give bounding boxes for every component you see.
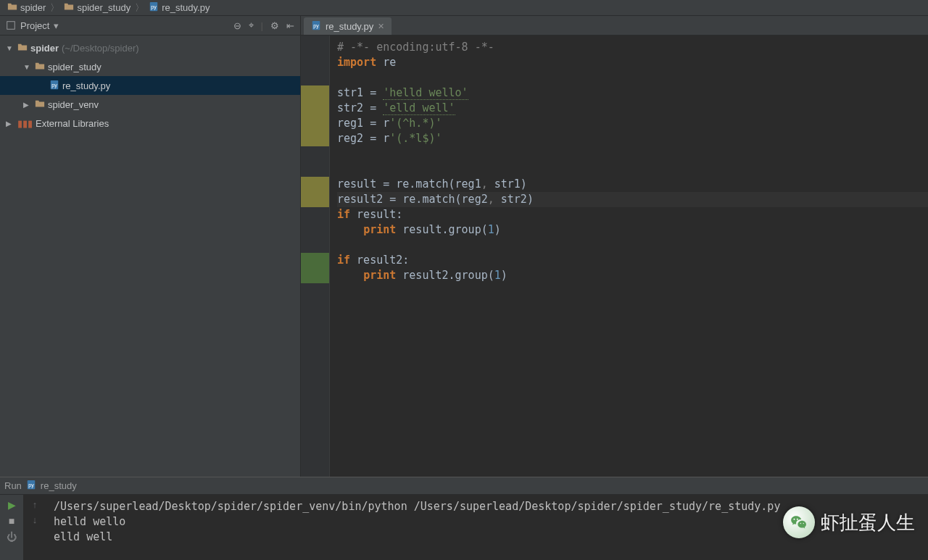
editor-gutter[interactable]: [301, 35, 330, 477]
folder-icon: [35, 99, 45, 111]
python-file-icon: py: [26, 480, 36, 492]
code-editor[interactable]: # -*- encoding:utf-8 -*- import re str1 …: [330, 35, 928, 477]
tree-external-libs[interactable]: ▶ ▮▮▮ External Libraries: [0, 114, 300, 133]
folder-icon: [35, 61, 45, 73]
gear-icon[interactable]: ⚙: [270, 20, 279, 31]
up-icon[interactable]: ↑: [33, 499, 38, 510]
breadcrumb-bar: spider 〉 spider_study 〉 py re_study.py: [0, 0, 928, 16]
run-header-label: Run: [4, 480, 22, 491]
run-toolbar: ▶ ■ ⏻: [0, 495, 23, 560]
rerun-icon[interactable]: ▶: [8, 499, 16, 511]
stop-icon[interactable]: ■: [9, 515, 14, 527]
project-tree[interactable]: ▼ spider (~/Desktop/spider) ▼ spider_stu…: [0, 35, 300, 477]
tab-label: re_study.py: [326, 21, 373, 32]
library-icon: ▮▮▮: [17, 118, 33, 129]
breadcrumb-item-folder[interactable]: spider_study: [61, 1, 133, 14]
tool-title: Project: [20, 20, 49, 31]
vcs-change-marker[interactable]: [301, 85, 329, 101]
editor-area: py re_study.py ✕: [301, 16, 928, 477]
folder-icon: [17, 42, 28, 54]
tree-label: External Libraries: [36, 118, 109, 129]
svg-rect-2: [7, 22, 15, 30]
chevron-down-icon[interactable]: ▼: [6, 44, 14, 52]
python-file-icon: py: [311, 20, 321, 33]
tree-folder[interactable]: ▶ spider_venv: [0, 95, 300, 114]
editor-tabbar: py re_study.py ✕: [301, 16, 928, 35]
close-icon[interactable]: ✕: [378, 22, 384, 31]
console-output[interactable]: /Users/superlead/Desktop/spider/spider_v…: [46, 495, 928, 560]
tool-header: Project ▾ ⊖ ⌖ | ⚙ ⇤: [0, 16, 300, 35]
tree-label: spider_venv: [48, 99, 99, 110]
breadcrumb-label: re_study.py: [162, 2, 210, 13]
tree-root[interactable]: ▼ spider (~/Desktop/spider): [0, 38, 300, 57]
collapse-all-icon[interactable]: ⊖: [233, 20, 241, 31]
chevron-right-icon: 〉: [135, 1, 144, 14]
tree-label: re_study.py: [62, 80, 110, 91]
chevron-right-icon[interactable]: ▶: [23, 101, 32, 109]
project-icon: [6, 20, 16, 30]
divider: |: [261, 20, 263, 31]
tree-file-selected[interactable]: py re_study.py: [0, 76, 300, 95]
exit-icon[interactable]: ⏻: [7, 531, 17, 543]
svg-text:py: py: [313, 22, 319, 28]
folder-icon: [64, 1, 74, 14]
breadcrumb-label: spider_study: [77, 2, 130, 13]
editor-tab[interactable]: py re_study.py ✕: [304, 17, 392, 35]
vcs-add-marker[interactable]: [301, 253, 329, 268]
run-nav: ↑ ↓: [23, 495, 46, 560]
chevron-down-icon[interactable]: ▼: [23, 63, 32, 71]
folder-icon: [7, 1, 17, 14]
tree-label: spider: [30, 43, 59, 54]
tree-path: (~/Desktop/spider): [62, 43, 139, 54]
svg-text:py: py: [51, 82, 57, 88]
hide-icon[interactable]: ⇤: [286, 20, 294, 31]
chevron-right-icon: 〉: [50, 1, 59, 14]
tree-folder[interactable]: ▼ spider_study: [0, 57, 300, 76]
python-file-icon: py: [149, 1, 159, 14]
breadcrumb-item-file[interactable]: py re_study.py: [146, 1, 212, 14]
run-config-name: re_study: [41, 480, 77, 491]
breadcrumb-label: spider: [20, 2, 46, 13]
project-tool-window: Project ▾ ⊖ ⌖ | ⚙ ⇤ ▼ spider (~/Desktop/…: [0, 16, 301, 477]
run-tool-window: Run py re_study ▶ ■ ⏻ ↑ ↓ /Users/superle…: [0, 477, 928, 560]
target-icon[interactable]: ⌖: [249, 20, 254, 31]
svg-text:py: py: [28, 482, 34, 488]
run-header: Run py re_study: [0, 477, 928, 495]
dropdown-icon[interactable]: ▾: [54, 20, 59, 31]
down-icon[interactable]: ↓: [33, 514, 38, 525]
breadcrumb-item-project[interactable]: spider: [4, 1, 49, 14]
chevron-right-icon[interactable]: ▶: [6, 120, 14, 128]
svg-text:py: py: [151, 4, 157, 10]
python-file-icon: py: [49, 80, 59, 92]
tree-label: spider_study: [48, 62, 102, 72]
